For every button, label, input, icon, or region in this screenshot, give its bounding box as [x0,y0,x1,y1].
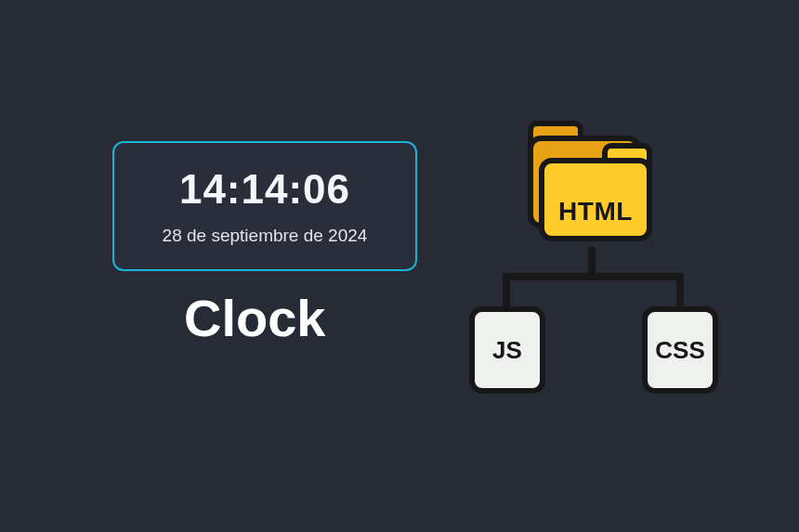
html-folder-label: HTML [558,197,633,227]
html-folder-icon: HTML [520,130,660,251]
css-file-icon: CSS [642,306,718,394]
connector-line [676,273,684,310]
time-display: 14:14:06 [179,166,350,213]
connector-line [503,273,510,310]
date-display: 28 de septiembre de 2024 [163,226,368,246]
css-file-label: CSS [655,336,704,365]
connector-line [503,273,684,280]
js-file-label: JS [492,336,522,365]
js-file-icon: JS [469,306,545,394]
file-structure-diagram: HTML JS CSS [469,130,720,390]
page-title: Clock [184,288,326,348]
clock-widget: 14:14:06 28 de septiembre de 2024 [112,141,417,271]
